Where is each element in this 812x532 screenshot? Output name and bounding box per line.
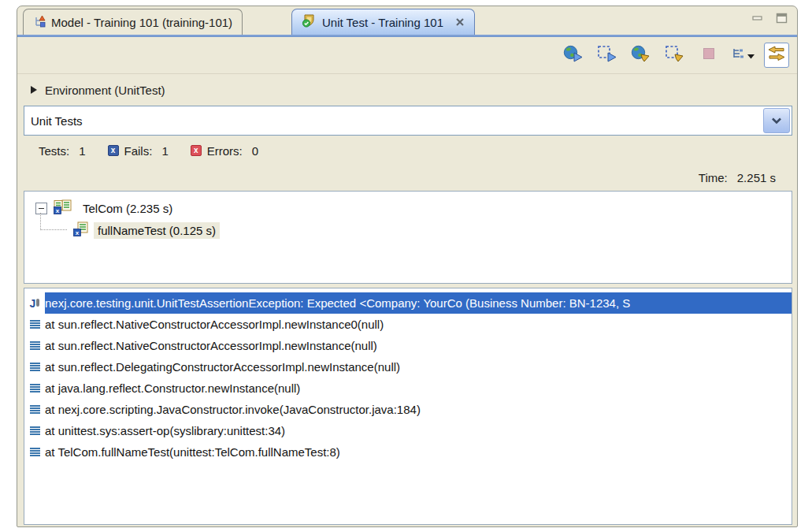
stack-frame-text: at sun.reflect.DelegatingConstructorAcce… (45, 360, 400, 374)
stack-frame-row[interactable]: at TelCom.fullNameTest(unittest:TelCom.f… (24, 441, 792, 463)
combo-dropdown-button[interactable] (763, 108, 790, 133)
stack-frame-row[interactable]: at java.lang.reflect.Constructor.newInst… (24, 378, 792, 399)
stack-frame-icon (24, 383, 45, 394)
maximize-view-icon[interactable] (773, 11, 789, 25)
dropdown-arrow-icon (747, 48, 755, 62)
view-window-controls (750, 11, 789, 25)
errors-label: Errors: (207, 144, 243, 158)
test-results-tree: x TelCom (2.235 s) x fullNameTest (0.125… (24, 191, 792, 284)
debug-unit-tests-button[interactable] (628, 43, 654, 68)
fails-icon: x (108, 145, 119, 156)
stack-frame-row[interactable]: at unittest.sys:assert-op(syslibrary:uni… (24, 420, 792, 441)
stack-frame-row[interactable]: at sun.reflect.NativeConstructorAccessor… (24, 335, 792, 356)
stack-frame-icon (24, 319, 45, 330)
stack-frame-text: at unittest.sys:assert-op(syslibrary:uni… (45, 424, 285, 437)
test-summary-row: Tests: 1 x Fails: 1 x Errors: 0 (17, 137, 797, 164)
environment-header[interactable]: Environment (UnitTest) (17, 77, 797, 102)
run-selected-tests-button[interactable] (595, 43, 620, 68)
globe-debug-icon (631, 45, 651, 65)
selection-run-icon (597, 45, 617, 65)
model-diagram-icon (33, 15, 46, 30)
expander-collapsed-icon[interactable] (31, 86, 37, 94)
selection-debug-icon (665, 45, 685, 65)
stack-frame-row[interactable]: at sun.reflect.DelegatingConstructorAcce… (24, 356, 792, 378)
stack-frame-icon (24, 447, 45, 458)
stack-frame-text: at java.lang.reflect.Constructor.newInst… (45, 381, 300, 395)
stack-frame-text: at sun.reflect.NativeConstructorAccessor… (45, 339, 377, 352)
tab-bar: Model - Training 101 (training-101) Unit… (17, 6, 797, 35)
stack-frame-icon (24, 404, 45, 415)
close-tab-icon[interactable] (455, 17, 465, 27)
time-label: Time: (699, 171, 728, 184)
tab-unit-test-training-101[interactable]: Unit Test - Training 101 (291, 9, 475, 35)
page: Model - Training 101 (training-101) Unit… (0, 0, 812, 532)
exception-message: nexj.core.testing.unit.UnitTestAssertion… (45, 292, 792, 314)
run-unit-tests-button[interactable] (561, 43, 586, 68)
minimize-view-icon[interactable] (750, 11, 766, 25)
test-case-icon: x (73, 221, 89, 239)
java-exception-icon: J (24, 298, 45, 309)
tree-row-fullnametest[interactable]: x fullNameTest (0.125 s) (24, 219, 792, 241)
link-with-editor-button[interactable] (764, 43, 789, 68)
stack-frame-icon (24, 340, 45, 352)
unit-test-toolbar (17, 37, 797, 74)
globe-run-icon (563, 45, 584, 65)
tab-label: Model - Training 101 (training-101) (51, 16, 232, 29)
time-row: Time: 2.251 s (699, 166, 776, 189)
tab-label: Unit Test - Training 101 (322, 16, 443, 29)
debug-selected-tests-button[interactable] (662, 43, 688, 68)
stack-frame-text: at sun.reflect.NativeConstructorAccessor… (45, 318, 384, 331)
fails-label: Fails: (124, 144, 153, 158)
tree-row-telcom[interactable]: x TelCom (2.235 s) (24, 197, 792, 219)
stack-frame-row[interactable]: at sun.reflect.NativeConstructorAccessor… (24, 314, 792, 335)
fails-count: 1 (161, 144, 168, 158)
stack-frame-icon (24, 362, 45, 373)
stack-frame-text: at nexj.core.scripting.JavaConstructor.i… (45, 403, 421, 416)
tab-model-training-101[interactable]: Model - Training 101 (training-101) (23, 9, 243, 35)
combo-value: Unit Tests (24, 114, 763, 128)
tree-test-label: fullNameTest (0.125 s) (94, 222, 220, 239)
tests-label: Tests: (39, 144, 69, 158)
errors-count: 0 (252, 144, 258, 158)
stack-frame-row[interactable]: at nexj.core.scripting.JavaConstructor.i… (24, 399, 792, 420)
errors-icon: x (191, 145, 202, 156)
stop-tests-button (696, 43, 721, 68)
chevron-down-icon (771, 117, 782, 125)
svg-text:x: x (76, 229, 80, 236)
view-menu-button[interactable] (730, 43, 755, 68)
stack-trace-panel: J nexj.core.testing.unit.UnitTestAsserti… (24, 288, 792, 525)
exception-row[interactable]: J nexj.core.testing.unit.UnitTestAsserti… (24, 292, 792, 314)
environment-label: Environment (UnitTest) (45, 84, 165, 97)
tree-connector (40, 213, 67, 230)
stack-frame-text: at TelCom.fullNameTest(unittest:TelCom.f… (45, 445, 340, 459)
stop-icon (703, 47, 715, 63)
tree-suite-label: TelCom (2.235 s) (79, 200, 176, 217)
unit-test-shield-icon (302, 14, 317, 30)
time-value: 2.251 s (737, 171, 776, 184)
tests-count: 1 (79, 144, 85, 158)
hierarchy-icon (732, 47, 746, 63)
unit-test-view: Model - Training 101 (training-101) Unit… (17, 6, 798, 527)
test-selector-combo[interactable]: Unit Tests (24, 106, 792, 136)
stack-frame-icon (24, 426, 45, 437)
swap-arrows-icon (767, 46, 786, 65)
